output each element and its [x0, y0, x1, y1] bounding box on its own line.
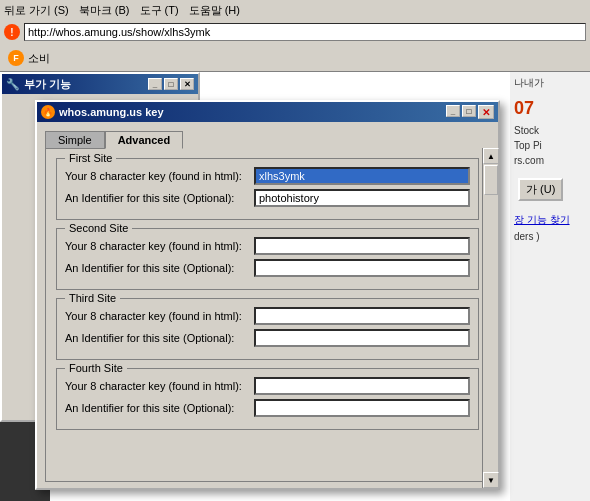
third-site-id-label: An Identifier for this site (Optional):	[65, 332, 250, 344]
first-site-id-label: An Identifier for this site (Optional):	[65, 192, 250, 204]
menu-bar: 뒤로 가기 (S) 북마크 (B) 도구 (T) 도움말 (H)	[0, 0, 590, 20]
second-site-key-row: Your 8 character key (found in html):	[65, 237, 470, 255]
third-site-key-label: Your 8 character key (found in html):	[65, 310, 250, 322]
scroll-track	[483, 164, 498, 472]
first-site-group: First Site Your 8 character key (found i…	[56, 158, 479, 220]
scroll-down-button[interactable]: ▼	[483, 472, 499, 488]
dialog-icon: 🔥	[41, 105, 55, 119]
third-site-key-row: Your 8 character key (found in html):	[65, 307, 470, 325]
right-text-top: 나내가	[510, 72, 590, 94]
right-panel: 나내가 07 Stock Top Pi rs.com 가 (U) 장 기능 찾기…	[510, 72, 590, 501]
scroll-thumb[interactable]	[484, 165, 498, 195]
dialog-titlebar: 🔥 whos.amung.us key _ □ ✕	[37, 102, 498, 122]
menu-back[interactable]: 뒤로 가기 (S)	[4, 3, 69, 18]
fourth-site-key-label: Your 8 character key (found in html):	[65, 380, 250, 392]
right-link[interactable]: 장 기능 찾기	[510, 211, 590, 229]
fourth-site-id-input[interactable]	[254, 399, 470, 417]
scroll-up-button[interactable]: ▲	[483, 148, 499, 164]
browser-icon: !	[4, 24, 20, 40]
addon-titlebar: 🔧 부가 기능 _ □ ✕	[2, 74, 198, 94]
dialog-close-button[interactable]: ✕	[478, 105, 494, 119]
first-site-key-label: Your 8 character key (found in html):	[65, 170, 250, 182]
address-input[interactable]	[24, 23, 586, 41]
addon-icon: 🔧	[6, 78, 20, 91]
first-site-id-input[interactable]	[254, 189, 470, 207]
firefox-icon: F	[8, 50, 24, 66]
fourth-site-id-row: An Identifier for this site (Optional):	[65, 399, 470, 417]
third-site-group: Third Site Your 8 character key (found i…	[56, 298, 479, 360]
first-site-key-input[interactable]	[254, 167, 470, 185]
fourth-site-id-label: An Identifier for this site (Optional):	[65, 402, 250, 414]
tab-advanced[interactable]: Advanced	[105, 131, 184, 149]
menu-bookmark[interactable]: 북마크 (B)	[79, 3, 130, 18]
nav-bar: F 소비	[0, 44, 590, 72]
right-number: 07	[510, 94, 590, 123]
browser-toolbar: 뒤로 가기 (S) 북마크 (B) 도구 (T) 도움말 (H) ! F 소비	[0, 0, 590, 72]
third-site-id-input[interactable]	[254, 329, 470, 347]
menu-tools[interactable]: 도구 (T)	[140, 3, 179, 18]
addon-window-controls: _ □ ✕	[148, 78, 194, 90]
addon-maximize-button[interactable]: □	[164, 78, 178, 90]
tab-bar: Simple Advanced	[37, 122, 498, 148]
second-site-key-input[interactable]	[254, 237, 470, 255]
dialog-content: First Site Your 8 character key (found i…	[45, 148, 490, 482]
tab-simple[interactable]: Simple	[45, 131, 105, 149]
menu-help[interactable]: 도움말 (H)	[189, 3, 240, 18]
fourth-site-key-input[interactable]	[254, 377, 470, 395]
dialog-title: 🔥 whos.amung.us key	[41, 105, 164, 119]
first-site-key-row: Your 8 character key (found in html):	[65, 167, 470, 185]
dialog-maximize-button[interactable]: □	[462, 105, 476, 117]
second-site-key-label: Your 8 character key (found in html):	[65, 240, 250, 252]
second-site-id-row: An Identifier for this site (Optional):	[65, 259, 470, 277]
fourth-site-group: Fourth Site Your 8 character key (found …	[56, 368, 479, 430]
dialog-scrollbar[interactable]: ▲ ▼	[482, 148, 498, 488]
first-site-label: First Site	[65, 152, 116, 164]
third-site-label: Third Site	[65, 292, 120, 304]
addon-minimize-button[interactable]: _	[148, 78, 162, 90]
right-text-stock: Stock	[510, 123, 590, 138]
addon-tab-label: 소비	[28, 51, 50, 66]
addon-title: 🔧 부가 기능	[6, 77, 71, 92]
first-site-id-row: An Identifier for this site (Optional):	[65, 189, 470, 207]
main-dialog: 🔥 whos.amung.us key _ □ ✕ Simple Advance…	[35, 100, 500, 490]
second-site-id-label: An Identifier for this site (Optional):	[65, 262, 250, 274]
right-text-ders: ders )	[510, 229, 590, 244]
korean-button[interactable]: 가 (U)	[518, 178, 563, 201]
address-bar: !	[0, 20, 590, 44]
right-text-url: rs.com	[510, 153, 590, 168]
fourth-site-label: Fourth Site	[65, 362, 127, 374]
fourth-site-key-row: Your 8 character key (found in html):	[65, 377, 470, 395]
second-site-group: Second Site Your 8 character key (found …	[56, 228, 479, 290]
addon-close-button[interactable]: ✕	[180, 78, 194, 90]
dialog-minimize-button[interactable]: _	[446, 105, 460, 117]
third-site-id-row: An Identifier for this site (Optional):	[65, 329, 470, 347]
third-site-key-input[interactable]	[254, 307, 470, 325]
second-site-id-input[interactable]	[254, 259, 470, 277]
right-text-toppi: Top Pi	[510, 138, 590, 153]
dialog-window-controls: _ □ ✕	[446, 105, 494, 119]
second-site-label: Second Site	[65, 222, 132, 234]
